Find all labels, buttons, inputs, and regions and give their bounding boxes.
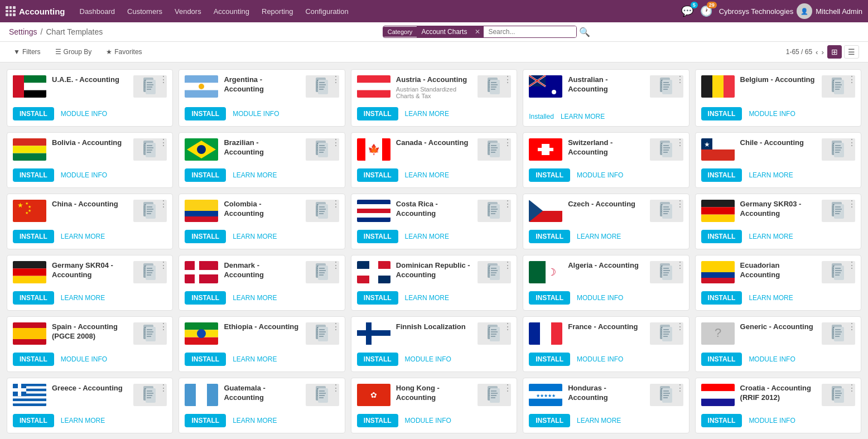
card-menu-btn[interactable]: ⋮ bbox=[676, 74, 684, 85]
install-button[interactable]: INSTALL bbox=[13, 291, 54, 305]
secondary-action-button[interactable]: LEARN MORE bbox=[577, 233, 621, 240]
secondary-action-button[interactable]: MODULE INFO bbox=[749, 355, 795, 363]
search-icon-btn[interactable]: 🔍 bbox=[579, 27, 590, 37]
secondary-action-button[interactable]: MODULE INFO bbox=[405, 417, 451, 424]
secondary-action-button[interactable]: LEARN MORE bbox=[405, 171, 449, 179]
install-button[interactable]: INSTALL bbox=[701, 291, 742, 305]
install-button[interactable]: INSTALL bbox=[529, 291, 570, 305]
secondary-action-button[interactable]: MODULE INFO bbox=[577, 171, 623, 179]
install-button[interactable]: INSTALL bbox=[529, 414, 570, 427]
card-menu-btn[interactable]: ⋮ bbox=[331, 199, 340, 209]
card-menu-btn[interactable]: ⋮ bbox=[847, 199, 856, 209]
card-menu-btn[interactable]: ⋮ bbox=[503, 74, 512, 85]
secondary-action-button[interactable]: LEARN MORE bbox=[233, 417, 277, 424]
card-menu-btn[interactable]: ⋮ bbox=[847, 74, 856, 85]
install-button[interactable]: INSTALL bbox=[185, 353, 226, 366]
card-menu-btn[interactable]: ⋮ bbox=[847, 260, 856, 271]
secondary-action-button[interactable]: LEARN MORE bbox=[233, 355, 277, 363]
secondary-action-button[interactable]: LEARN MORE bbox=[749, 233, 793, 240]
card-menu-btn[interactable]: ⋮ bbox=[676, 321, 684, 332]
card-menu-btn[interactable]: ⋮ bbox=[847, 383, 856, 393]
card-menu-btn[interactable]: ⋮ bbox=[159, 137, 168, 148]
secondary-action-button[interactable]: LEARN MORE bbox=[233, 171, 277, 179]
install-button[interactable]: INSTALL bbox=[701, 414, 742, 427]
secondary-action-button[interactable]: MODULE INFO bbox=[61, 355, 107, 363]
install-button[interactable]: INSTALL bbox=[529, 168, 570, 182]
nav-reporting[interactable]: Reporting bbox=[256, 4, 298, 19]
install-button[interactable]: INSTALL bbox=[185, 414, 226, 427]
favorites-button[interactable]: ★ Favorites bbox=[102, 46, 146, 58]
card-menu-btn[interactable]: ⋮ bbox=[503, 321, 512, 332]
secondary-action-button[interactable]: MODULE INFO bbox=[61, 171, 107, 179]
install-button[interactable]: INSTALL bbox=[701, 107, 742, 120]
grid-view-btn[interactable]: ⊞ bbox=[827, 45, 842, 59]
secondary-action-button[interactable]: LEARN MORE bbox=[233, 233, 277, 240]
nav-configuration[interactable]: Configuration bbox=[300, 4, 354, 19]
card-menu-btn[interactable]: ⋮ bbox=[503, 260, 512, 271]
install-button[interactable]: INSTALL bbox=[357, 168, 398, 182]
install-button[interactable]: INSTALL bbox=[701, 230, 742, 243]
secondary-action-button[interactable]: LEARN MORE bbox=[749, 294, 793, 302]
card-menu-btn[interactable]: ⋮ bbox=[847, 137, 856, 148]
install-button[interactable]: INSTALL bbox=[357, 230, 398, 243]
card-menu-btn[interactable]: ⋮ bbox=[159, 383, 168, 393]
next-page-btn[interactable]: › bbox=[822, 48, 824, 56]
app-logo[interactable]: Accounting bbox=[6, 6, 65, 16]
list-view-btn[interactable]: ☰ bbox=[844, 45, 859, 59]
install-button[interactable]: INSTALL bbox=[701, 168, 742, 182]
secondary-action-button[interactable]: LEARN MORE bbox=[405, 233, 449, 240]
filters-button[interactable]: ▼ Filters bbox=[9, 46, 45, 58]
remove-filter-btn[interactable]: ✕ bbox=[471, 26, 484, 37]
install-button[interactable]: INSTALL bbox=[357, 353, 398, 366]
card-menu-btn[interactable]: ⋮ bbox=[331, 383, 340, 393]
card-menu-btn[interactable]: ⋮ bbox=[159, 321, 168, 332]
install-button[interactable]: INSTALL bbox=[529, 230, 570, 243]
secondary-action-button[interactable]: MODULE INFO bbox=[749, 110, 795, 118]
avatar[interactable]: 👤 bbox=[797, 3, 812, 19]
activity-button[interactable]: 🕐 29 bbox=[700, 5, 712, 17]
card-menu-btn[interactable]: ⋮ bbox=[159, 260, 168, 271]
nav-dashboard[interactable]: Dashboard bbox=[74, 4, 121, 19]
install-button[interactable]: INSTALL bbox=[185, 230, 226, 243]
card-menu-btn[interactable]: ⋮ bbox=[331, 74, 340, 85]
secondary-action-button[interactable]: LEARN MORE bbox=[749, 171, 793, 179]
secondary-action-button[interactable]: MODULE INFO bbox=[577, 294, 623, 302]
install-button[interactable]: INSTALL bbox=[701, 353, 742, 366]
secondary-action-button[interactable]: LEARN MORE bbox=[61, 233, 105, 240]
card-menu-btn[interactable]: ⋮ bbox=[331, 260, 340, 271]
nav-vendors[interactable]: Vendors bbox=[169, 4, 207, 19]
card-menu-btn[interactable]: ⋮ bbox=[159, 199, 168, 209]
card-menu-btn[interactable]: ⋮ bbox=[503, 383, 512, 393]
secondary-action-button[interactable]: MODULE INFO bbox=[61, 110, 107, 118]
nav-accounting[interactable]: Accounting bbox=[208, 4, 255, 19]
install-button[interactable]: INSTALL bbox=[13, 107, 54, 120]
card-menu-btn[interactable]: ⋮ bbox=[676, 260, 684, 271]
card-menu-btn[interactable]: ⋮ bbox=[159, 74, 168, 85]
secondary-action-button[interactable]: LEARN MORE bbox=[61, 417, 105, 424]
card-menu-btn[interactable]: ⋮ bbox=[331, 137, 340, 148]
breadcrumb-parent[interactable]: Settings bbox=[9, 27, 37, 36]
secondary-action-button[interactable]: LEARN MORE bbox=[561, 113, 605, 120]
secondary-action-button[interactable]: LEARN MORE bbox=[577, 417, 621, 424]
chat-button[interactable]: 💬 5 bbox=[681, 5, 693, 17]
install-button[interactable]: INSTALL bbox=[13, 168, 54, 182]
prev-page-btn[interactable]: ‹ bbox=[816, 48, 818, 56]
card-menu-btn[interactable]: ⋮ bbox=[503, 137, 512, 148]
install-button[interactable]: INSTALL bbox=[357, 291, 398, 305]
nav-customers[interactable]: Customers bbox=[122, 4, 168, 19]
card-menu-btn[interactable]: ⋮ bbox=[503, 199, 512, 209]
secondary-action-button[interactable]: LEARN MORE bbox=[233, 294, 277, 302]
secondary-action-button[interactable]: LEARN MORE bbox=[405, 110, 449, 118]
install-button[interactable]: INSTALL bbox=[357, 414, 398, 427]
group-by-button[interactable]: ☰ Group By bbox=[51, 46, 97, 58]
install-button[interactable]: INSTALL bbox=[13, 353, 54, 366]
card-menu-btn[interactable]: ⋮ bbox=[331, 321, 340, 332]
search-input[interactable] bbox=[484, 26, 576, 37]
card-menu-btn[interactable]: ⋮ bbox=[847, 321, 856, 332]
secondary-action-button[interactable]: MODULE INFO bbox=[405, 355, 451, 363]
secondary-action-button[interactable]: MODULE INFO bbox=[577, 355, 623, 363]
install-button[interactable]: INSTALL bbox=[185, 291, 226, 305]
card-menu-btn[interactable]: ⋮ bbox=[676, 137, 684, 148]
install-button[interactable]: INSTALL bbox=[13, 230, 54, 243]
secondary-action-button[interactable]: MODULE INFO bbox=[749, 417, 795, 424]
